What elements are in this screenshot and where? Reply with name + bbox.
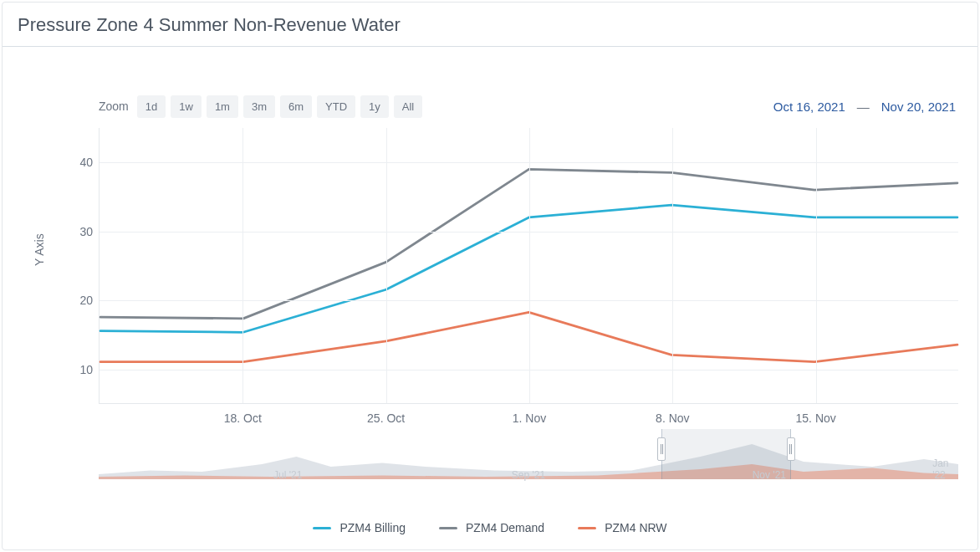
zoom-1w-button[interactable]: 1w (171, 95, 202, 118)
date-range: Oct 16, 2021 — Nov 20, 2021 (773, 100, 956, 114)
zoom-group: Zoom 1d 1w 1m 3m 6m YTD 1y All (99, 95, 422, 118)
x-tick: 8. Nov (656, 411, 689, 425)
navigator-tick: Nov '21 (753, 469, 786, 481)
legend-label: PZM4 Demand (466, 521, 544, 534)
chart-toolbar: Zoom 1d 1w 1m 3m 6m YTD 1y All Oct 16, 2… (99, 94, 956, 119)
x-tick: 15. Nov (796, 411, 836, 425)
legend-swatch (313, 527, 331, 529)
chart-area: Zoom 1d 1w 1m 3m 6m YTD 1y All Oct 16, 2… (3, 57, 977, 549)
chart-card: Pressure Zone 4 Summer Non-Revenue Water… (2, 2, 978, 550)
legend-item-demand[interactable]: PZM4 Demand (439, 521, 544, 534)
navigator-handle-right[interactable] (787, 437, 795, 461)
legend-swatch (578, 527, 596, 529)
zoom-1d-button[interactable]: 1d (137, 95, 166, 118)
zoom-label: Zoom (99, 100, 129, 113)
zoom-1y-button[interactable]: 1y (360, 95, 389, 118)
x-tick: 18. Oct (224, 411, 262, 425)
legend-item-billing[interactable]: PZM4 Billing (313, 521, 406, 534)
date-sep: — (857, 100, 870, 114)
zoom-1m-button[interactable]: 1m (207, 95, 238, 118)
zoom-all-button[interactable]: All (394, 95, 422, 118)
date-to[interactable]: Nov 20, 2021 (881, 100, 956, 114)
range-navigator[interactable]: Jul '21Sep '21Nov '21Jan '22 (99, 429, 958, 479)
legend: PZM4 Billing PZM4 Demand PZM4 NRW (3, 521, 977, 534)
zoom-6m-button[interactable]: 6m (280, 95, 312, 118)
y-tick: 20 (64, 294, 93, 307)
navigator-handle-left[interactable] (657, 437, 666, 461)
x-tick: 1. Nov (513, 411, 546, 425)
navigator-tick: Jan '22 (932, 457, 950, 481)
legend-label: PZM4 NRW (605, 521, 666, 534)
y-tick: 10 (64, 363, 93, 376)
navigator-tick: Jul '21 (273, 469, 302, 481)
legend-item-nrw[interactable]: PZM4 NRW (578, 521, 666, 534)
navigator-tick: Sep '21 (512, 469, 545, 481)
zoom-ytd-button[interactable]: YTD (317, 95, 355, 118)
zoom-3m-button[interactable]: 3m (243, 95, 275, 118)
legend-swatch (439, 527, 457, 529)
x-tick: 25. Oct (367, 411, 405, 425)
date-from[interactable]: Oct 16, 2021 (773, 100, 845, 114)
legend-label: PZM4 Billing (339, 521, 406, 534)
y-tick: 40 (64, 156, 93, 169)
y-axis-label: Y Axis (33, 233, 46, 266)
y-tick: 30 (64, 225, 93, 238)
plot-area[interactable]: 1020304018. Oct25. Oct1. Nov8. Nov15. No… (99, 128, 958, 404)
page-title: Pressure Zone 4 Summer Non-Revenue Water (3, 3, 977, 47)
